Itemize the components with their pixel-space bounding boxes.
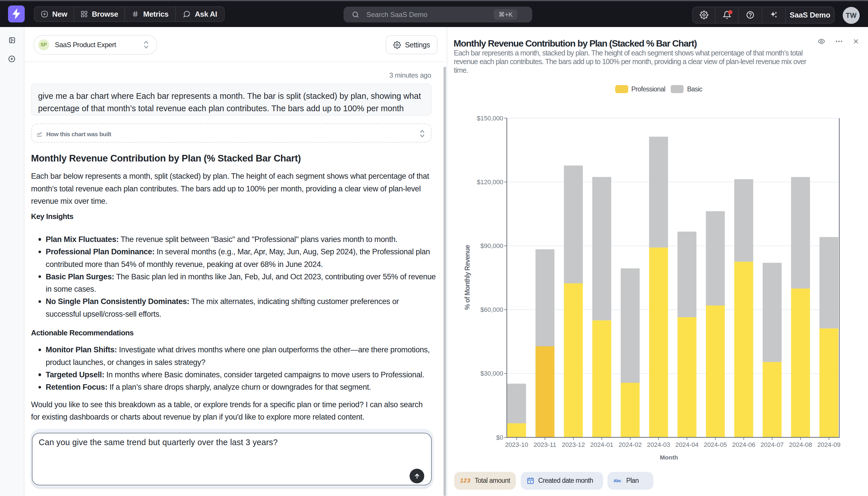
- svg-text:$0: $0: [496, 434, 503, 441]
- svg-text:$90,000: $90,000: [480, 242, 503, 249]
- svg-text:Abc: Abc: [613, 479, 621, 483]
- svg-text:2024-07: 2024-07: [760, 441, 784, 448]
- svg-text:Month: Month: [660, 454, 678, 461]
- svg-text:2023-12: 2023-12: [562, 441, 585, 448]
- svg-text:$120,000: $120,000: [477, 179, 503, 186]
- svg-text:$150,000: $150,000: [477, 115, 503, 122]
- svg-text:2024-03: 2024-03: [647, 441, 670, 448]
- svg-text:2024-09: 2024-09: [817, 441, 841, 448]
- svg-text:% of Monthly Revenue: % of Monthly Revenue: [464, 245, 471, 310]
- svg-text:$30,000: $30,000: [480, 370, 503, 377]
- svg-text:2024-05: 2024-05: [704, 441, 727, 448]
- svg-text:2023-10: 2023-10: [505, 441, 528, 448]
- svg-text:2024-06: 2024-06: [732, 441, 755, 448]
- svg-text:2024-08: 2024-08: [789, 441, 812, 448]
- svg-text:$60,000: $60,000: [480, 306, 503, 313]
- svg-text:2024-04: 2024-04: [675, 441, 698, 448]
- svg-text:2024-02: 2024-02: [619, 441, 642, 448]
- svg-text:2023-11: 2023-11: [534, 441, 556, 448]
- svg-text:2024-01: 2024-01: [590, 441, 613, 448]
